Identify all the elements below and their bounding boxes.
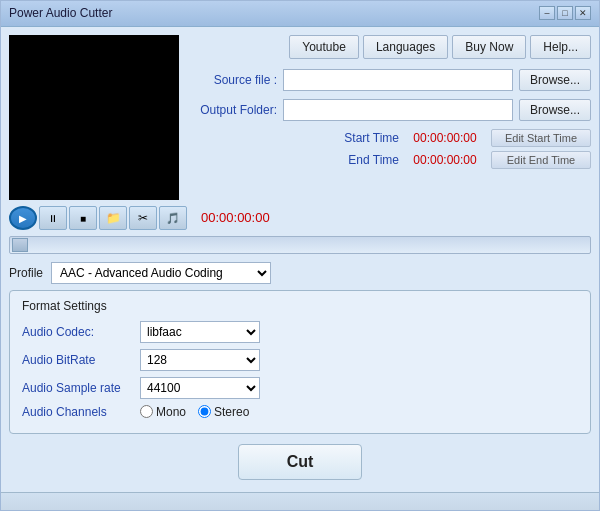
- stereo-option[interactable]: Stereo: [198, 405, 249, 419]
- mono-label: Mono: [156, 405, 186, 419]
- maximize-button[interactable]: □: [557, 6, 573, 20]
- minimize-button[interactable]: –: [539, 6, 555, 20]
- mono-radio[interactable]: [140, 405, 153, 418]
- end-time-label: End Time: [348, 153, 399, 167]
- channels-radio-group: Mono Stereo: [140, 405, 249, 419]
- help-button[interactable]: Help...: [530, 35, 591, 59]
- cut-button[interactable]: Cut: [238, 444, 363, 480]
- start-time-row: Start Time 00:00:00:00 Edit Start Time: [187, 129, 591, 147]
- status-bar: [1, 492, 599, 510]
- stereo-label: Stereo: [214, 405, 249, 419]
- scissors-icon: [138, 211, 148, 225]
- profile-select[interactable]: AAC - Advanced Audio Coding MP3 OGG WAV …: [51, 262, 271, 284]
- play-controls: [9, 206, 187, 230]
- audio-button[interactable]: [159, 206, 187, 230]
- play-icon: [19, 211, 27, 225]
- output-input[interactable]: [283, 99, 513, 121]
- window-controls: – □ ✕: [539, 6, 591, 20]
- format-settings-group: Format Settings Audio Codec: libfaac lib…: [9, 290, 591, 434]
- profile-section: Profile AAC - Advanced Audio Coding MP3 …: [9, 262, 591, 284]
- codec-row: Audio Codec: libfaac libmp3lame: [22, 321, 578, 343]
- video-preview: [9, 35, 179, 200]
- bitrate-select[interactable]: 128 64 192 256 320: [140, 349, 260, 371]
- source-input[interactable]: [283, 69, 513, 91]
- main-window: Power Audio Cutter – □ ✕ Youtube Languag…: [0, 0, 600, 511]
- pause-icon: [48, 211, 58, 225]
- output-browse-button[interactable]: Browse...: [519, 99, 591, 121]
- stereo-radio[interactable]: [198, 405, 211, 418]
- music-icon: [166, 211, 180, 225]
- source-browse-button[interactable]: Browse...: [519, 69, 591, 91]
- start-time-label: Start Time: [344, 131, 399, 145]
- mono-option[interactable]: Mono: [140, 405, 186, 419]
- youtube-button[interactable]: Youtube: [289, 35, 359, 59]
- top-buttons: Youtube Languages Buy Now Help...: [187, 35, 591, 59]
- languages-button[interactable]: Languages: [363, 35, 448, 59]
- buy-now-button[interactable]: Buy Now: [452, 35, 526, 59]
- open-folder-button[interactable]: [99, 206, 127, 230]
- edit-start-time-button[interactable]: Edit Start Time: [491, 129, 591, 147]
- start-time-value: 00:00:00:00: [405, 131, 485, 145]
- sample-rate-select[interactable]: 44100 22050 11025: [140, 377, 260, 399]
- window-title: Power Audio Cutter: [9, 6, 112, 20]
- sample-rate-row: Audio Sample rate 44100 22050 11025: [22, 377, 578, 399]
- sample-rate-label: Audio Sample rate: [22, 381, 132, 395]
- scrubber-track[interactable]: [9, 236, 591, 254]
- stop-button[interactable]: [69, 206, 97, 230]
- title-bar: Power Audio Cutter – □ ✕: [1, 1, 599, 27]
- scrubber-thumb[interactable]: [12, 238, 28, 252]
- pause-button[interactable]: [39, 206, 67, 230]
- main-content: Youtube Languages Buy Now Help... Source…: [1, 27, 599, 492]
- end-time-row: End Time 00:00:00:00 Edit End Time: [187, 151, 591, 169]
- output-label: Output Folder:: [187, 103, 277, 117]
- channels-row: Audio Channels Mono Stereo: [22, 405, 578, 419]
- current-time-display: 00:00:00:00: [201, 210, 270, 225]
- bitrate-row: Audio BitRate 128 64 192 256 320: [22, 349, 578, 371]
- bitrate-label: Audio BitRate: [22, 353, 132, 367]
- right-controls: Youtube Languages Buy Now Help... Source…: [187, 35, 591, 200]
- play-button[interactable]: [9, 206, 37, 230]
- top-section: Youtube Languages Buy Now Help... Source…: [9, 35, 591, 200]
- codec-select[interactable]: libfaac libmp3lame: [140, 321, 260, 343]
- stop-icon: [80, 211, 86, 225]
- profile-label: Profile: [9, 266, 43, 280]
- close-button[interactable]: ✕: [575, 6, 591, 20]
- folder-icon: [106, 211, 121, 225]
- cut-preview-button[interactable]: [129, 206, 157, 230]
- output-row: Output Folder: Browse...: [187, 99, 591, 121]
- channels-label: Audio Channels: [22, 405, 132, 419]
- time-section: Start Time 00:00:00:00 Edit Start Time E…: [187, 129, 591, 169]
- format-settings-title: Format Settings: [22, 299, 578, 313]
- cut-section: Cut: [9, 440, 591, 484]
- source-label: Source file :: [187, 73, 277, 87]
- codec-label: Audio Codec:: [22, 325, 132, 339]
- edit-end-time-button[interactable]: Edit End Time: [491, 151, 591, 169]
- playback-section: 00:00:00:00: [9, 206, 591, 230]
- end-time-value: 00:00:00:00: [405, 153, 485, 167]
- source-row: Source file : Browse...: [187, 69, 591, 91]
